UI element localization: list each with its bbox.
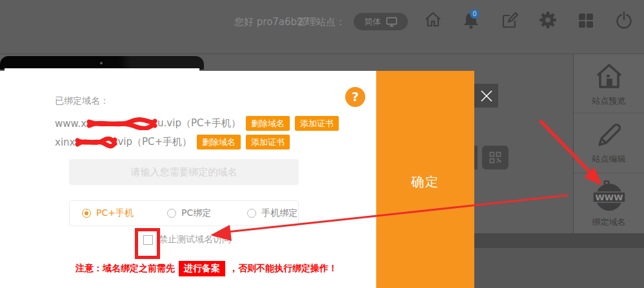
qr-code-icon [489,151,501,164]
header-divider [0,53,644,54]
radio-pc-only[interactable]: PC绑定 [167,207,211,219]
radio-icon [167,209,176,218]
sidebar-item-divider [574,113,644,113]
radio-label: PC+手机 [96,207,134,219]
www-globe-icon: WWW [574,180,644,214]
page-section-bottom [474,248,644,288]
record-filing-note: 注意：域名绑定之前需先 进行备案 ，否则不能执行绑定操作！ [75,261,337,276]
language-switch-button[interactable]: 简体 [354,13,408,30]
sidebar-item-label: 站点编辑 [574,153,644,165]
sidebar-item-divider [574,173,644,173]
delete-domain-button[interactable]: 删除域名 [246,116,290,131]
bound-domain-row: www.x u.vip（PC+手机） 删除域名 添加证书 [55,116,339,131]
annotation-highlight-box [135,228,160,259]
bind-domain-dialog: 已绑定域名： ? www.x u.vip（PC+手机） 删除域名 添加证书 xi… [0,71,376,288]
close-button[interactable] [474,84,498,108]
gear-icon[interactable] [539,10,557,30]
domain-text-prefix: xinx [55,137,75,148]
forbid-test-domain-label: 禁止测试域名访问 [159,234,231,245]
radio-pc-and-mobile[interactable]: PC+手机 [82,207,134,219]
domain-text-suffix: u.vip（PC+手机） [157,117,241,130]
bound-domains-label: 已绑定域名： [55,95,109,107]
redaction-scribble [86,117,157,130]
sidebar-item-site-preview[interactable]: 站点预览 [574,62,644,107]
delete-domain-button[interactable]: 删除域名 [197,135,241,149]
home-icon[interactable] [424,10,442,30]
partially-hidden-button [474,146,478,169]
bound-domain-row: xinx vip（PC+手机） 删除域名 添加证书 [55,135,290,149]
help-icon[interactable]: ? [345,87,365,107]
radio-label: PC绑定 [181,207,211,219]
close-icon [480,90,493,102]
domain-text-suffix: vip（PC+手机） [117,136,192,148]
home-preview-icon [574,62,644,93]
sidebar-item-bind-domain[interactable]: WWW 绑定域名 [574,180,644,228]
add-certificate-button[interactable]: 添加证书 [246,135,290,149]
sidebar-item-label: 站点预览 [574,95,644,107]
radio-icon [247,209,256,218]
redaction-scribble [75,136,117,149]
notification-badge: 0 [470,9,479,19]
bind-mode-group: PC+手机 PC绑定 手机绑定 [69,200,299,226]
sidebar-item-site-edit[interactable]: 站点编辑 [574,121,644,165]
radio-icon [82,209,91,218]
apps-grid-icon[interactable] [577,10,595,30]
edit-icon[interactable] [501,10,519,30]
laptop-camera-dot [100,62,103,64]
add-certificate-button[interactable]: 添加证书 [295,116,339,131]
note-prefix: 注意：域名绑定之前需先 [75,263,175,274]
power-icon[interactable] [615,10,633,30]
monitor-icon [386,17,397,27]
pencil-icon [574,121,644,151]
manage-site-label: 管理站点： [297,16,345,28]
sidebar-item-label: 绑定域名 [574,216,644,228]
radio-label: 手机绑定 [261,207,297,219]
language-label: 简体 [365,16,381,28]
domain-input[interactable] [69,159,299,185]
www-icon-text: WWW [595,193,623,202]
qr-code-button[interactable] [482,146,508,169]
radio-mobile-only[interactable]: 手机绑定 [247,207,297,219]
note-suffix: ，否则不能执行绑定操作！ [229,263,337,274]
domain-text-prefix: www.x [55,118,86,130]
do-filing-button[interactable]: 进行备案 [179,261,225,276]
confirm-button[interactable]: 确定 [376,71,474,288]
page-section-band [474,233,644,248]
